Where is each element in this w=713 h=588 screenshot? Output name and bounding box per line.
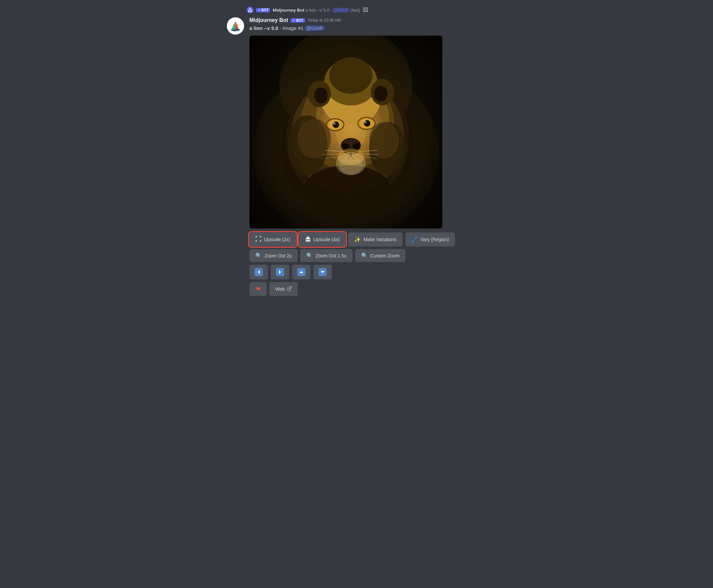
bot-badge: BOT xyxy=(291,18,305,23)
svg-rect-52 xyxy=(249,36,442,229)
zoom-out-2x-icon: 🔍 xyxy=(255,252,262,259)
web-label: Web xyxy=(275,286,285,292)
sparkles-icon: ✨ xyxy=(354,236,361,243)
upscale-2x-label: Upscale (2x) xyxy=(264,237,290,242)
arrow-left-button[interactable] xyxy=(249,265,268,279)
custom-zoom-button[interactable]: 🔍 Custom Zoom xyxy=(355,249,406,262)
image-icon: 🖼 xyxy=(363,7,368,13)
avatar xyxy=(227,17,244,35)
svg-rect-63 xyxy=(306,241,310,242)
svg-rect-60 xyxy=(261,240,261,241)
external-link-icon xyxy=(287,286,292,292)
expand-icon xyxy=(255,236,261,243)
zoom-out-2x-label: Zoom Out 2x xyxy=(265,253,292,258)
sender-name: Midjourney Bot xyxy=(249,17,288,23)
button-row-2: 🔍 Zoom Out 2x 🔍 Zoom Out 1.5x 🔍 Custom Z… xyxy=(249,249,486,262)
vary-region-label: Vary (Region) xyxy=(421,237,449,242)
arrow-right-icon xyxy=(276,268,284,276)
message-content: Midjourney Bot BOT Today at 10:36 AM a l… xyxy=(249,17,486,296)
upscale-icon xyxy=(305,236,311,243)
make-variations-label: Make Variations xyxy=(363,237,396,242)
svg-marker-67 xyxy=(320,271,324,273)
custom-zoom-icon: 🔍 xyxy=(361,252,368,259)
zoom-out-15x-button[interactable]: 🔍 Zoom Out 1.5x xyxy=(300,249,353,262)
button-row-4: ❤ Web xyxy=(249,282,486,296)
zoom-out-2x-button[interactable]: 🔍 Zoom Out 2x xyxy=(249,249,298,262)
button-row-3 xyxy=(249,265,486,279)
prompt-text: a lion --v 5.0 xyxy=(249,25,278,31)
upscale-4x-label: Upscale (4x) xyxy=(314,237,340,242)
svg-rect-58 xyxy=(256,240,256,241)
message-subtitle: a lion --v 5.0 - Image #1 @GAIP xyxy=(249,25,486,31)
arrow-up-icon xyxy=(297,268,305,276)
svg-rect-56 xyxy=(261,236,261,237)
svg-marker-61 xyxy=(305,236,311,239)
upscale-4x-button[interactable]: Upscale (4x) xyxy=(299,232,346,247)
reply-bar: BOT Midjourney Bot a lion --v 5.0 - @GAI… xyxy=(227,7,486,13)
upscale-2x-button[interactable]: Upscale (2x) xyxy=(249,232,296,247)
svg-rect-54 xyxy=(256,236,256,237)
arrow-down-icon xyxy=(319,268,327,276)
heart-icon: ❤ xyxy=(256,285,261,293)
vary-region-button[interactable]: 🖊️ Vary (Region) xyxy=(405,232,455,247)
svg-marker-65 xyxy=(279,270,281,274)
reply-avatar xyxy=(247,7,253,13)
pencil-icon: 🖊️ xyxy=(411,236,418,243)
mention-tag: @GAIP xyxy=(305,25,324,31)
arrow-right-button[interactable] xyxy=(271,265,289,279)
reply-bot-badge: BOT xyxy=(256,8,270,12)
arrow-down-button[interactable] xyxy=(313,265,332,279)
zoom-out-15x-icon: 🔍 xyxy=(306,252,313,259)
svg-marker-64 xyxy=(258,270,260,274)
message-header: Midjourney Bot BOT Today at 10:36 AM xyxy=(249,17,486,23)
make-variations-button[interactable]: ✨ Make Variations xyxy=(348,232,402,247)
message-container: BOT Midjourney Bot a lion --v 5.0 - @GAI… xyxy=(227,7,486,296)
web-button[interactable]: Web xyxy=(269,282,298,296)
custom-zoom-label: Custom Zoom xyxy=(371,253,400,258)
svg-rect-62 xyxy=(306,240,310,241)
generated-image xyxy=(249,36,442,229)
buttons-area: Upscale (2x) Upscale (4x) xyxy=(249,232,486,296)
timestamp: Today at 10:36 AM xyxy=(308,18,340,23)
arrow-left-icon xyxy=(255,268,263,276)
button-row-1: Upscale (2x) Upscale (4x) xyxy=(249,232,486,247)
svg-marker-66 xyxy=(299,271,303,273)
zoom-out-15x-label: Zoom Out 1.5x xyxy=(316,253,347,258)
reply-sender: Midjourney Bot a lion --v 5.0 - @GAIP (f… xyxy=(273,8,360,13)
arrow-up-button[interactable] xyxy=(292,265,311,279)
heart-button[interactable]: ❤ xyxy=(249,282,267,296)
message-row: Midjourney Bot BOT Today at 10:36 AM a l… xyxy=(227,17,486,296)
